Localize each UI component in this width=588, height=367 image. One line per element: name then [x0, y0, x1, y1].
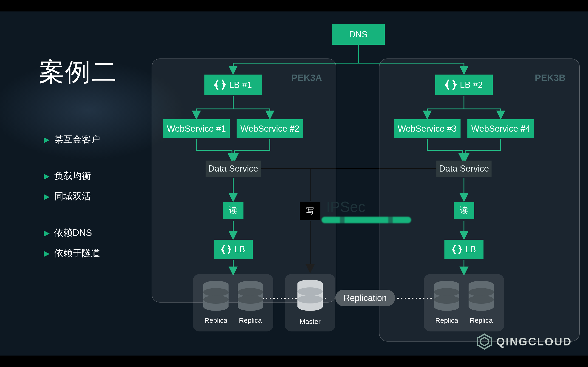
- replica-label: Replica: [238, 317, 263, 324]
- lb2-node: LB #2: [435, 75, 493, 95]
- svg-point-4: [203, 295, 229, 304]
- region-right-label: PEK3B: [535, 73, 565, 83]
- ws2-node: WebService #2: [237, 119, 303, 138]
- database-icon: [201, 280, 231, 314]
- ipsec-tunnel: [321, 217, 411, 223]
- dns-node: DNS: [332, 24, 385, 45]
- load-balancer-icon: [221, 244, 231, 255]
- svg-point-3: [203, 288, 229, 296]
- bullet-marker-icon: ▶: [44, 228, 50, 237]
- data-service-left: Data Service: [206, 161, 261, 177]
- architecture-diagram: DNS PEK3A PEK3B LB #1 LB #2 WebService #…: [149, 22, 586, 357]
- ws1-node: WebService #1: [163, 119, 230, 138]
- replica-label: Replica: [434, 317, 459, 324]
- svg-point-14: [297, 295, 323, 303]
- read-node-right: 读: [454, 202, 474, 219]
- lb-inner-right: LB: [444, 240, 484, 259]
- brand-logo: QINGCLOUD: [476, 333, 572, 350]
- svg-point-19: [434, 295, 459, 304]
- load-balancer-icon: [452, 244, 462, 255]
- database-icon: [235, 280, 265, 314]
- read-node-left: 读: [223, 202, 243, 219]
- bullet-text: 某互金客户: [54, 133, 100, 146]
- logo-icon: [476, 333, 493, 350]
- lb-inner-right-label: LB: [465, 244, 476, 254]
- bullet-list: ▶某互金客户▶负载均衡▶同城双活▶依赖DNS▶依赖于隧道: [44, 133, 100, 267]
- ipsec-label: IPSec: [326, 198, 365, 215]
- lb-inner-left: LB: [214, 240, 253, 259]
- bullet-marker-icon: ▶: [44, 192, 50, 201]
- bullet-item: ▶某互金客户: [44, 133, 100, 146]
- lb-inner-left-label: LB: [234, 244, 245, 254]
- region-left-label: PEK3A: [292, 73, 322, 83]
- svg-point-8: [238, 288, 263, 296]
- lb1-node: LB #1: [204, 75, 262, 95]
- brand-label: QINGCLOUD: [496, 335, 572, 348]
- svg-marker-26: [480, 337, 489, 346]
- master-label: Master: [297, 318, 323, 325]
- lb2-label: LB #2: [460, 80, 483, 90]
- bullet-text: 依赖于隧道: [54, 247, 100, 259]
- bullet-text: 负载均衡: [54, 169, 91, 182]
- svg-point-24: [468, 295, 494, 304]
- svg-marker-25: [477, 334, 491, 349]
- svg-point-22: [468, 302, 494, 311]
- bullet-text: 依赖DNS: [54, 226, 92, 239]
- bullet-item: ▶依赖DNS: [44, 226, 100, 239]
- bullet-marker-icon: ▶: [44, 249, 50, 258]
- bullet-marker-icon: ▶: [44, 171, 50, 181]
- replica-label: Replica: [203, 317, 229, 324]
- svg-point-18: [434, 288, 459, 296]
- load-balancer-icon: [214, 79, 226, 91]
- load-balancer-icon: [445, 79, 457, 91]
- data-service-right: Data Service: [436, 161, 492, 177]
- database-icon: [432, 280, 462, 314]
- bullet-item: ▶依赖于隧道: [44, 247, 100, 259]
- bullet-text: 同城双活: [54, 190, 91, 202]
- svg-point-17: [434, 302, 459, 311]
- database-icon: [466, 280, 496, 314]
- bullet-item: ▶同城双活: [44, 190, 100, 202]
- svg-point-13: [297, 287, 323, 296]
- write-node: 写: [300, 202, 320, 220]
- svg-point-12: [297, 302, 323, 311]
- replica-label: Replica: [468, 317, 494, 324]
- lb1-label: LB #1: [229, 80, 252, 90]
- svg-point-9: [238, 295, 263, 304]
- ws3-node: WebService #3: [394, 119, 460, 138]
- bullet-marker-icon: ▶: [44, 135, 50, 144]
- slide-title: 案例二: [39, 55, 118, 89]
- svg-point-2: [203, 302, 229, 311]
- svg-point-23: [468, 288, 494, 296]
- replication-node: Replication: [335, 290, 395, 306]
- ws4-node: WebService #4: [467, 119, 534, 138]
- svg-point-7: [238, 302, 263, 311]
- database-icon: [295, 279, 325, 315]
- bullet-item: ▶负载均衡: [44, 169, 100, 182]
